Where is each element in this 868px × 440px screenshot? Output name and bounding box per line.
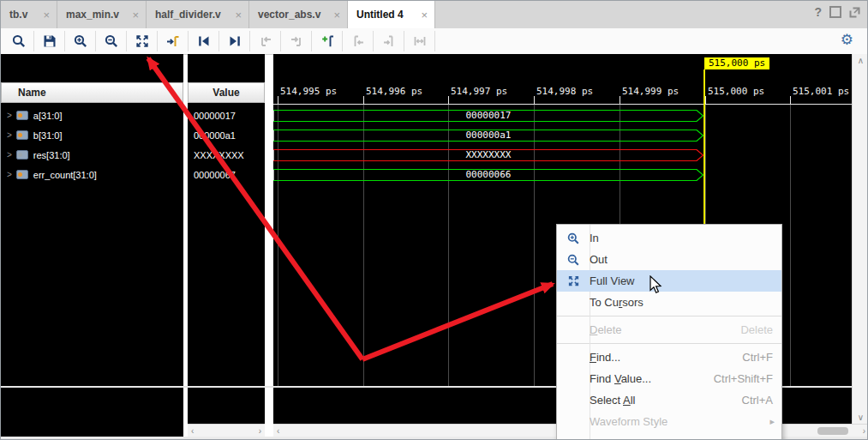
scroll-up-icon[interactable]: ∧ bbox=[858, 56, 864, 65]
close-icon[interactable]: × bbox=[132, 9, 139, 21]
scroll-right-icon[interactable]: › bbox=[863, 426, 865, 436]
menu-item-find-value[interactable]: Find Value... Ctrl+Shift+F bbox=[557, 368, 781, 389]
name-column-header: Name bbox=[1, 82, 183, 103]
zoom-out-icon bbox=[104, 33, 119, 49]
vertical-scrollbar[interactable]: ∧ ∨ bbox=[852, 54, 868, 424]
signal-row-a[interactable]: > a[31:0] bbox=[1, 105, 182, 125]
tab-vector-abs-v[interactable]: vector_abs.v × bbox=[249, 1, 348, 28]
tab-label: vector_abs.v bbox=[258, 9, 320, 21]
tab-bar: tb.v × max_min.v × half_divider.v × vect… bbox=[1, 1, 867, 29]
expand-chevron-icon[interactable]: > bbox=[7, 150, 12, 160]
bus-signal-icon bbox=[16, 130, 28, 140]
axis-tick-label: 515,000 ps bbox=[708, 86, 764, 97]
value-cell[interactable]: 000000a1 bbox=[188, 125, 265, 145]
value-column-header: Value bbox=[188, 82, 265, 103]
tab-max-min-v[interactable]: max_min.v × bbox=[57, 1, 147, 28]
value-cell[interactable]: 00000067 bbox=[188, 165, 265, 184]
zoom-to-cursor-icon bbox=[165, 33, 181, 49]
zoom-out-icon bbox=[566, 253, 580, 267]
tab-label: half_divider.v bbox=[155, 9, 221, 21]
menu-item-find[interactable]: Find... Ctrl+F bbox=[557, 347, 781, 368]
tab-tb-v[interactable]: tb.v × bbox=[1, 1, 57, 28]
scroll-down-icon[interactable]: ∨ bbox=[858, 413, 864, 422]
value-cell[interactable]: XXXXXXXX bbox=[188, 145, 265, 165]
value-cell[interactable]: 00000017 bbox=[188, 105, 265, 125]
bus-signal-icon bbox=[16, 150, 28, 160]
expand-chevron-icon[interactable]: > bbox=[7, 130, 12, 140]
menu-separator bbox=[557, 316, 781, 316]
tab-half-divider-v[interactable]: half_divider.v × bbox=[147, 1, 249, 28]
menu-item-waveform-style: Waveform Style ▸ bbox=[557, 411, 781, 432]
previous-transition-button[interactable] bbox=[250, 31, 281, 51]
value-horizontal-scrollbar[interactable]: ‹ › bbox=[188, 424, 265, 437]
settings-gear-icon[interactable]: ⚙ bbox=[841, 31, 853, 49]
menu-item-zoom-out[interactable]: Out bbox=[557, 249, 781, 270]
save-button[interactable] bbox=[34, 31, 65, 51]
signal-row-err-count[interactable]: > err_count[31:0] bbox=[1, 165, 182, 184]
add-marker-button[interactable] bbox=[312, 31, 343, 51]
expand-chevron-icon[interactable]: > bbox=[7, 170, 12, 179]
bus-value-label: XXXXXXXX bbox=[273, 149, 703, 161]
time-cursor-label[interactable]: 515,000 ps bbox=[704, 57, 769, 69]
next-transition-button[interactable] bbox=[281, 31, 312, 51]
bus-signal-icon bbox=[16, 111, 28, 120]
signal-name: b[31:0] bbox=[33, 130, 63, 141]
signal-row-res[interactable]: > res[31:0] bbox=[1, 145, 182, 165]
bus-signal-icon bbox=[16, 170, 28, 179]
window-controls: ? bbox=[814, 5, 860, 19]
scroll-left-icon[interactable]: ‹ bbox=[277, 426, 279, 436]
menu-item-signal-color: Signal Color ▸ bbox=[557, 432, 781, 440]
previous-transition-icon bbox=[258, 33, 273, 49]
axis-tick-label: 514,997 ps bbox=[451, 86, 507, 97]
waveform-window: tb.v × max_min.v × half_divider.v × vect… bbox=[0, 0, 868, 440]
swap-cursors-icon bbox=[412, 33, 428, 49]
tab-label: max_min.v bbox=[66, 9, 119, 21]
signal-name: res[31:0] bbox=[33, 150, 70, 160]
next-transition-icon bbox=[289, 33, 304, 49]
zoom-fit-icon bbox=[567, 274, 580, 287]
zoom-in-icon bbox=[73, 33, 88, 49]
waveform-toolbar: ⚙ bbox=[1, 28, 867, 55]
zoom-to-cursor-button[interactable] bbox=[158, 31, 189, 51]
close-icon[interactable]: × bbox=[421, 9, 428, 21]
scrollbar-thumb[interactable] bbox=[817, 427, 848, 435]
signal-row-b[interactable]: > b[31:0] bbox=[1, 125, 182, 145]
menu-item-zoom-in[interactable]: In bbox=[557, 227, 781, 249]
tab-label: Untitled 4 bbox=[356, 9, 404, 21]
zoom-fit-icon bbox=[135, 33, 150, 49]
waveform-context-menu: In Out Full View To Cursors bbox=[556, 224, 782, 440]
swap-cursors-button[interactable] bbox=[404, 31, 435, 51]
menu-separator bbox=[557, 343, 781, 344]
maximize-icon[interactable] bbox=[829, 6, 841, 18]
axis-tick-label: 515,001 ps bbox=[793, 86, 849, 97]
close-icon[interactable]: × bbox=[43, 9, 50, 21]
zoom-in-button[interactable] bbox=[65, 31, 96, 51]
menu-item-full-view[interactable]: Full View bbox=[557, 270, 781, 292]
menu-item-delete: Delete Delete bbox=[557, 319, 781, 341]
menu-item-select-all[interactable]: Select All Ctrl+A bbox=[557, 389, 781, 411]
close-icon[interactable]: × bbox=[333, 9, 340, 21]
zoom-fit-button[interactable] bbox=[127, 31, 158, 51]
scroll-right-icon[interactable]: › bbox=[259, 426, 261, 436]
float-icon[interactable] bbox=[849, 7, 860, 18]
scroll-left-icon[interactable]: ‹ bbox=[191, 426, 194, 436]
help-icon[interactable]: ? bbox=[814, 5, 822, 19]
go-to-last-time-button[interactable] bbox=[219, 31, 250, 51]
go-to-time-0-button[interactable] bbox=[189, 31, 219, 51]
axis-separator bbox=[273, 104, 852, 105]
zoom-out-button[interactable] bbox=[96, 31, 127, 51]
axis-tick-label: 514,999 ps bbox=[622, 86, 679, 97]
zoom-in-icon bbox=[566, 232, 580, 245]
close-icon[interactable]: × bbox=[235, 9, 242, 21]
axis-tick-label: 514,995 ps bbox=[280, 86, 337, 97]
bus-value-label: 00000017 bbox=[273, 110, 703, 122]
tab-untitled-4[interactable]: Untitled 4 × bbox=[348, 1, 435, 28]
previous-marker-button[interactable] bbox=[343, 31, 374, 51]
bus-value-label: 000000a1 bbox=[273, 130, 703, 142]
expand-chevron-icon[interactable]: > bbox=[7, 111, 12, 120]
next-marker-button[interactable] bbox=[374, 31, 404, 51]
menu-item-to-cursors[interactable]: To Cursors bbox=[557, 292, 781, 313]
find-button[interactable] bbox=[3, 31, 34, 51]
next-marker-icon bbox=[381, 33, 397, 49]
axis-tick-label: 514,998 ps bbox=[536, 86, 593, 97]
